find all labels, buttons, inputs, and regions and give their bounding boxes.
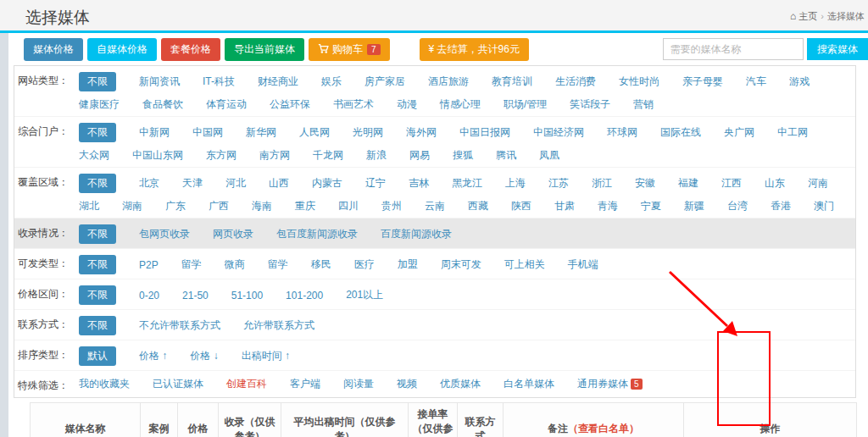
breadcrumb-home[interactable]: 主页 <box>798 11 817 21</box>
filter-option[interactable]: 留学 <box>268 257 288 272</box>
toolbar-button-0[interactable]: 媒体价格 <box>24 38 83 61</box>
filter-selected-chip[interactable]: 不限 <box>79 174 116 193</box>
filter-option[interactable]: 大众网 <box>79 148 109 163</box>
filter-option[interactable]: 国际在线 <box>660 125 701 140</box>
filter-option[interactable]: 重庆 <box>295 199 315 213</box>
filter-option[interactable]: 山西 <box>269 176 289 191</box>
filter-option[interactable]: 酒店旅游 <box>428 75 469 89</box>
filter-option[interactable]: IT-科技 <box>203 75 235 89</box>
filter-option[interactable]: 新疆 <box>684 199 704 213</box>
filter-option[interactable]: 营销 <box>633 97 654 112</box>
filter-option[interactable]: 湖南 <box>122 199 142 213</box>
filter-option[interactable]: 央广网 <box>724 125 754 140</box>
filter-option[interactable]: 娱乐 <box>321 75 342 89</box>
filter-option[interactable]: 搜狐 <box>453 148 473 163</box>
filter-option[interactable]: 0-20 <box>139 290 159 301</box>
filter-option[interactable]: 环球网 <box>607 125 637 140</box>
filter-option[interactable]: 广西 <box>209 199 229 213</box>
filter-option[interactable]: 已认证媒体 <box>153 377 203 391</box>
filter-option[interactable]: 腾讯 <box>496 148 516 163</box>
filter-selected-chip[interactable]: 不限 <box>79 123 116 142</box>
filter-selected-chip[interactable]: 不限 <box>79 255 116 274</box>
filter-option[interactable]: 凤凰 <box>539 148 559 163</box>
filter-option[interactable]: 白名单媒体 <box>504 377 554 391</box>
filter-option[interactable]: 汽车 <box>746 75 766 89</box>
filter-option[interactable]: 优质媒体 <box>440 377 481 391</box>
filter-option[interactable]: 中国经济网 <box>533 125 584 140</box>
filter-option[interactable]: 价格 ↑ <box>139 349 167 363</box>
filter-option[interactable]: 新闻资讯 <box>139 75 180 89</box>
filter-option[interactable]: 人民网 <box>299 125 330 140</box>
filter-option[interactable]: 山东 <box>765 176 785 191</box>
filter-option[interactable]: 公益环保 <box>270 97 310 112</box>
filter-option[interactable]: 加盟 <box>398 257 418 272</box>
filter-option[interactable]: 江西 <box>721 176 742 191</box>
filter-option[interactable]: 101-200 <box>286 290 323 301</box>
filter-option[interactable]: 中新网 <box>139 125 170 140</box>
filter-option[interactable]: 中工网 <box>777 125 808 140</box>
filter-option[interactable]: 西藏 <box>468 199 488 213</box>
filter-option[interactable]: 我的收藏夹 <box>79 377 130 391</box>
filter-option[interactable]: 千龙网 <box>313 148 343 163</box>
filter-option[interactable]: 江苏 <box>548 176 569 191</box>
filter-option[interactable]: 福建 <box>678 176 698 191</box>
filter-option[interactable]: 台湾 <box>727 199 748 213</box>
filter-option[interactable]: 中国日报网 <box>459 125 510 140</box>
filter-option[interactable]: 视频 <box>397 377 417 391</box>
filter-option[interactable]: 创建百科 <box>226 377 267 391</box>
filter-option[interactable]: 吉林 <box>409 176 429 191</box>
search-media-button[interactable]: 搜索媒体 <box>807 38 868 60</box>
filter-option[interactable]: 周末可发 <box>441 257 481 272</box>
filter-option[interactable]: 客户端 <box>290 377 320 391</box>
filter-option[interactable]: 健康医疗 <box>79 97 120 112</box>
filter-option[interactable]: 阅读量 <box>343 377 374 391</box>
filter-option[interactable]: 包百度新闻源收录 <box>276 227 358 241</box>
filter-option[interactable]: 内蒙古 <box>312 176 342 191</box>
filter-option[interactable]: 包网页收录 <box>139 227 190 241</box>
filter-option[interactable]: 房产家居 <box>364 75 405 89</box>
filter-option[interactable]: 51-100 <box>231 290 263 301</box>
filter-option[interactable]: 河北 <box>225 176 246 191</box>
filter-option[interactable]: 中国网 <box>192 125 223 140</box>
whitelist-link[interactable]: （查看白名单） <box>568 423 639 434</box>
toolbar-button-1[interactable]: 自媒体价格 <box>87 38 157 61</box>
filter-option[interactable]: 辽宁 <box>365 176 386 191</box>
filter-option[interactable]: 移民 <box>311 257 331 272</box>
filter-option[interactable]: 河南 <box>808 176 828 191</box>
filter-option[interactable]: 广东 <box>165 199 186 213</box>
filter-option[interactable]: 书画艺术 <box>333 97 374 112</box>
filter-option[interactable]: 财经商业 <box>258 75 298 89</box>
filter-option[interactable]: 海南 <box>252 199 272 213</box>
filter-option[interactable]: 201以上 <box>346 288 383 302</box>
filter-option[interactable]: 天津 <box>182 176 203 191</box>
filter-option[interactable]: 食品餐饮 <box>142 97 183 112</box>
filter-option[interactable]: 手机端 <box>568 257 598 272</box>
filter-option[interactable]: 游戏 <box>789 75 810 89</box>
filter-option[interactable]: 黑龙江 <box>452 176 482 191</box>
filter-selected-chip[interactable]: 不限 <box>79 224 116 244</box>
filter-option[interactable]: 女性时尚 <box>619 75 659 89</box>
filter-option[interactable]: 上海 <box>505 176 526 191</box>
filter-option[interactable]: 价格 ↓ <box>190 349 218 363</box>
filter-option[interactable]: 百度新闻源收录 <box>381 227 452 241</box>
filter-option[interactable]: 东方网 <box>206 148 236 163</box>
filter-option[interactable]: 出稿时间 ↑ <box>242 349 290 363</box>
filter-option[interactable]: 亲子母婴 <box>682 75 723 89</box>
filter-selected-chip[interactable]: 不限 <box>79 72 116 91</box>
filter-option[interactable]: 南方网 <box>259 148 290 163</box>
filter-option[interactable]: 宁夏 <box>641 199 661 213</box>
filter-option[interactable]: 不允许带联系方式 <box>139 318 220 333</box>
filter-option[interactable]: 医疗 <box>354 257 375 272</box>
filter-option[interactable]: 海外网 <box>406 125 437 140</box>
filter-option[interactable]: 允许带联系方式 <box>243 318 314 333</box>
filter-option[interactable]: 情感心理 <box>440 97 481 112</box>
filter-option[interactable]: 贵州 <box>381 199 402 213</box>
filter-option[interactable]: 青海 <box>598 199 618 213</box>
filter-option[interactable]: 浙江 <box>592 176 612 191</box>
filter-option[interactable]: 云南 <box>425 199 445 213</box>
filter-option[interactable]: 微商 <box>225 257 245 272</box>
filter-option[interactable]: P2P <box>139 259 159 271</box>
filter-option[interactable]: 陕西 <box>511 199 531 213</box>
filter-option[interactable]: 教育培训 <box>492 75 532 89</box>
filter-option[interactable]: 动漫 <box>397 97 417 112</box>
